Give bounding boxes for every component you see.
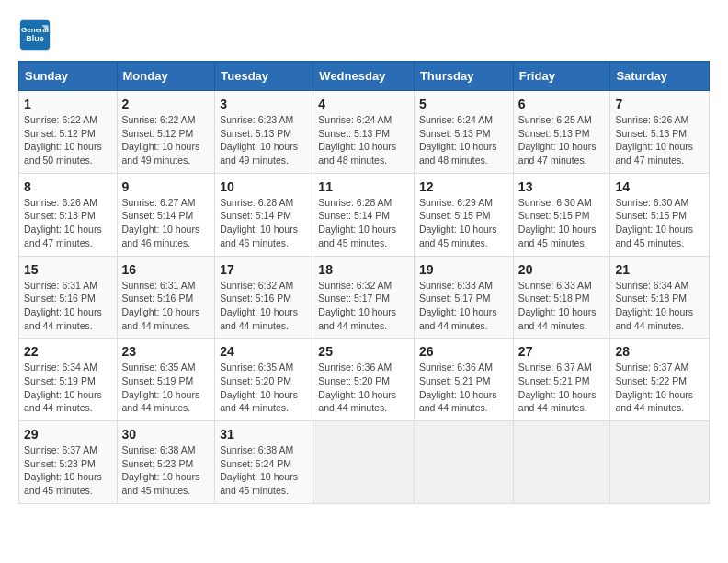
header-day-saturday: Saturday — [610, 62, 710, 91]
calendar-cell: 31 Sunrise: 6:38 AM Sunset: 5:24 PM Dayl… — [215, 421, 313, 504]
page-container: General Blue SundayMondayTuesdayWednesda… — [18, 18, 710, 504]
calendar-cell: 2 Sunrise: 6:22 AM Sunset: 5:12 PM Dayli… — [117, 91, 215, 174]
day-number: 6 — [518, 97, 606, 111]
calendar-cell: 23 Sunrise: 6:35 AM Sunset: 5:19 PM Dayl… — [117, 339, 215, 421]
header-row: SundayMondayTuesdayWednesdayThursdayFrid… — [19, 62, 710, 91]
day-number: 8 — [24, 179, 112, 194]
day-number: 19 — [419, 262, 508, 277]
day-info: Sunrise: 6:27 AM Sunset: 5:14 PM Dayligh… — [122, 196, 210, 250]
calendar-cell: 4 Sunrise: 6:24 AM Sunset: 5:13 PM Dayli… — [313, 91, 415, 174]
day-info: Sunrise: 6:25 AM Sunset: 5:13 PM Dayligh… — [518, 113, 606, 167]
header-day-monday: Monday — [117, 62, 215, 91]
calendar-cell: 22 Sunrise: 6:34 AM Sunset: 5:19 PM Dayl… — [19, 339, 118, 421]
day-info: Sunrise: 6:31 AM Sunset: 5:16 PM Dayligh… — [24, 279, 112, 333]
logo-icon: General Blue — [18, 18, 51, 52]
day-number: 30 — [122, 427, 210, 442]
calendar-table: SundayMondayTuesdayWednesdayThursdayFrid… — [18, 61, 710, 504]
day-number: 21 — [615, 262, 704, 277]
day-info: Sunrise: 6:35 AM Sunset: 5:19 PM Dayligh… — [122, 361, 210, 415]
week-row-2: 8 Sunrise: 6:26 AM Sunset: 5:13 PM Dayli… — [19, 173, 710, 256]
day-info: Sunrise: 6:37 AM Sunset: 5:23 PM Dayligh… — [24, 443, 112, 498]
header-day-friday: Friday — [513, 62, 610, 91]
day-info: Sunrise: 6:38 AM Sunset: 5:24 PM Dayligh… — [220, 443, 308, 498]
calendar-cell: 17 Sunrise: 6:32 AM Sunset: 5:16 PM Dayl… — [215, 256, 313, 339]
calendar-cell: 20 Sunrise: 6:33 AM Sunset: 5:18 PM Dayl… — [513, 256, 610, 339]
day-info: Sunrise: 6:24 AM Sunset: 5:13 PM Dayligh… — [419, 113, 508, 167]
day-number: 4 — [318, 97, 409, 111]
calendar-cell: 13 Sunrise: 6:30 AM Sunset: 5:15 PM Dayl… — [513, 173, 610, 256]
day-info: Sunrise: 6:34 AM Sunset: 5:18 PM Dayligh… — [615, 279, 704, 333]
day-info: Sunrise: 6:33 AM Sunset: 5:17 PM Dayligh… — [419, 279, 508, 333]
day-number: 31 — [220, 427, 308, 442]
week-row-4: 22 Sunrise: 6:34 AM Sunset: 5:19 PM Dayl… — [19, 339, 710, 421]
day-info: Sunrise: 6:22 AM Sunset: 5:12 PM Dayligh… — [24, 113, 112, 167]
day-info: Sunrise: 6:36 AM Sunset: 5:21 PM Dayligh… — [419, 361, 508, 415]
logo: General Blue — [18, 18, 57, 52]
week-row-3: 15 Sunrise: 6:31 AM Sunset: 5:16 PM Dayl… — [19, 256, 710, 339]
day-number: 3 — [220, 97, 308, 111]
calendar-cell: 24 Sunrise: 6:35 AM Sunset: 5:20 PM Dayl… — [215, 339, 313, 421]
day-number: 29 — [24, 427, 112, 442]
week-row-1: 1 Sunrise: 6:22 AM Sunset: 5:12 PM Dayli… — [19, 91, 710, 174]
day-number: 25 — [318, 344, 409, 359]
day-info: Sunrise: 6:30 AM Sunset: 5:15 PM Dayligh… — [615, 196, 704, 250]
day-info: Sunrise: 6:26 AM Sunset: 5:13 PM Dayligh… — [24, 196, 112, 250]
day-info: Sunrise: 6:38 AM Sunset: 5:23 PM Dayligh… — [122, 443, 210, 498]
day-number: 10 — [220, 179, 308, 194]
calendar-cell: 8 Sunrise: 6:26 AM Sunset: 5:13 PM Dayli… — [19, 173, 118, 256]
day-number: 11 — [318, 179, 409, 194]
day-info: Sunrise: 6:28 AM Sunset: 5:14 PM Dayligh… — [220, 196, 308, 250]
day-info: Sunrise: 6:32 AM Sunset: 5:16 PM Dayligh… — [220, 279, 308, 333]
day-info: Sunrise: 6:30 AM Sunset: 5:15 PM Dayligh… — [518, 196, 606, 250]
day-info: Sunrise: 6:22 AM Sunset: 5:12 PM Dayligh… — [122, 113, 210, 167]
calendar-cell: 10 Sunrise: 6:28 AM Sunset: 5:14 PM Dayl… — [215, 173, 313, 256]
calendar-cell: 7 Sunrise: 6:26 AM Sunset: 5:13 PM Dayli… — [610, 91, 710, 174]
calendar-cell: 9 Sunrise: 6:27 AM Sunset: 5:14 PM Dayli… — [117, 173, 215, 256]
calendar-cell: 3 Sunrise: 6:23 AM Sunset: 5:13 PM Dayli… — [215, 91, 313, 174]
calendar-cell: 11 Sunrise: 6:28 AM Sunset: 5:14 PM Dayl… — [313, 173, 415, 256]
calendar-cell: 12 Sunrise: 6:29 AM Sunset: 5:15 PM Dayl… — [414, 173, 513, 256]
calendar-cell: 6 Sunrise: 6:25 AM Sunset: 5:13 PM Dayli… — [513, 91, 610, 174]
day-info: Sunrise: 6:24 AM Sunset: 5:13 PM Dayligh… — [318, 113, 409, 167]
day-number: 14 — [615, 179, 704, 194]
header-day-thursday: Thursday — [414, 62, 513, 91]
day-number: 26 — [419, 344, 508, 359]
calendar-cell: 27 Sunrise: 6:37 AM Sunset: 5:21 PM Dayl… — [513, 339, 610, 421]
calendar-cell: 15 Sunrise: 6:31 AM Sunset: 5:16 PM Dayl… — [19, 256, 118, 339]
day-number: 20 — [518, 262, 606, 277]
day-number: 13 — [518, 179, 606, 194]
day-info: Sunrise: 6:35 AM Sunset: 5:20 PM Dayligh… — [220, 361, 308, 415]
day-number: 1 — [24, 97, 112, 111]
day-number: 7 — [615, 97, 704, 111]
calendar-cell: 25 Sunrise: 6:36 AM Sunset: 5:20 PM Dayl… — [313, 339, 415, 421]
day-number: 15 — [24, 262, 112, 277]
day-number: 17 — [220, 262, 308, 277]
calendar-cell: 26 Sunrise: 6:36 AM Sunset: 5:21 PM Dayl… — [414, 339, 513, 421]
calendar-cell: 28 Sunrise: 6:37 AM Sunset: 5:22 PM Dayl… — [610, 339, 710, 421]
day-info: Sunrise: 6:37 AM Sunset: 5:22 PM Dayligh… — [615, 361, 704, 415]
calendar-cell: 30 Sunrise: 6:38 AM Sunset: 5:23 PM Dayl… — [117, 421, 215, 504]
calendar-cell: 5 Sunrise: 6:24 AM Sunset: 5:13 PM Dayli… — [414, 91, 513, 174]
day-number: 18 — [318, 262, 409, 277]
header: General Blue — [18, 18, 710, 52]
day-info: Sunrise: 6:28 AM Sunset: 5:14 PM Dayligh… — [318, 196, 409, 250]
day-info: Sunrise: 6:36 AM Sunset: 5:20 PM Dayligh… — [318, 361, 409, 415]
calendar-cell — [313, 421, 415, 504]
calendar-cell — [610, 421, 710, 504]
day-number: 27 — [518, 344, 606, 359]
day-info: Sunrise: 6:34 AM Sunset: 5:19 PM Dayligh… — [24, 361, 112, 415]
day-number: 5 — [419, 97, 508, 111]
day-info: Sunrise: 6:23 AM Sunset: 5:13 PM Dayligh… — [220, 113, 308, 167]
calendar-cell: 19 Sunrise: 6:33 AM Sunset: 5:17 PM Dayl… — [414, 256, 513, 339]
day-number: 2 — [122, 97, 210, 111]
day-number: 16 — [122, 262, 210, 277]
calendar-cell: 21 Sunrise: 6:34 AM Sunset: 5:18 PM Dayl… — [610, 256, 710, 339]
day-info: Sunrise: 6:29 AM Sunset: 5:15 PM Dayligh… — [419, 196, 508, 250]
day-number: 28 — [615, 344, 704, 359]
day-info: Sunrise: 6:37 AM Sunset: 5:21 PM Dayligh… — [518, 361, 606, 415]
calendar-cell: 18 Sunrise: 6:32 AM Sunset: 5:17 PM Dayl… — [313, 256, 415, 339]
calendar-cell: 1 Sunrise: 6:22 AM Sunset: 5:12 PM Dayli… — [19, 91, 118, 174]
week-row-5: 29 Sunrise: 6:37 AM Sunset: 5:23 PM Dayl… — [19, 421, 710, 504]
svg-text:Blue: Blue — [26, 34, 44, 43]
calendar-cell — [414, 421, 513, 504]
